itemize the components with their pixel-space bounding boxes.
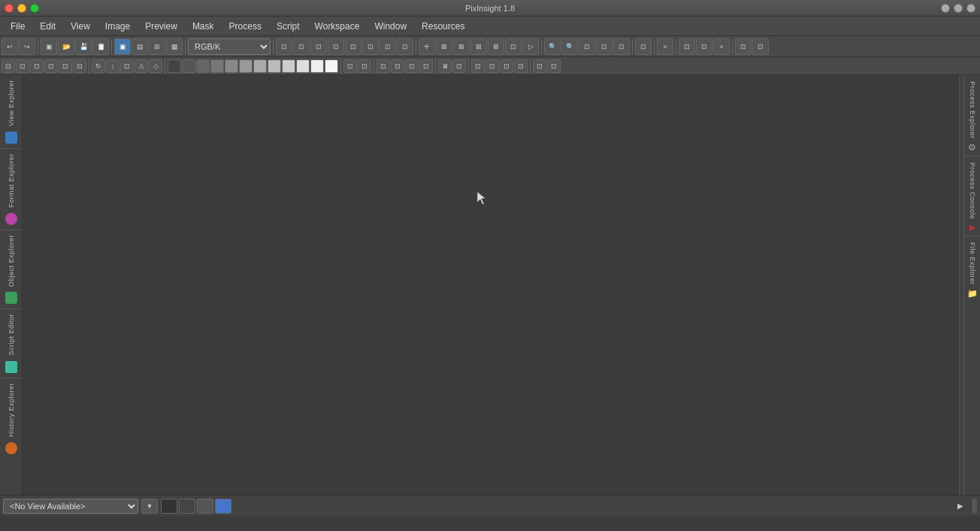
t2-crop[interactable]: ⊡ [120, 59, 134, 73]
menu-mask[interactable]: Mask [185, 19, 222, 34]
view-explorer-panel[interactable]: View Explorer [0, 75, 22, 149]
t2-lighter2[interactable] [296, 59, 310, 73]
t2-rotate[interactable]: ↻ [92, 59, 105, 73]
tool7-button[interactable]: ⊡ [380, 38, 396, 55]
tool3-button[interactable]: ⊡ [310, 38, 327, 55]
tool11-button[interactable]: ⊠ [453, 38, 470, 55]
zoom-fit-button[interactable]: ⊡ [579, 38, 595, 55]
t2-diamond[interactable]: ◇ [149, 59, 162, 73]
maximize-button[interactable] [30, 4, 39, 13]
color-btn-1[interactable] [161, 499, 177, 514]
play-button[interactable]: ▶ [957, 502, 963, 510]
window-controls-right[interactable] [941, 4, 975, 13]
color-btn-2[interactable] [179, 499, 195, 514]
t2-light[interactable] [225, 59, 238, 73]
t2-xb2[interactable]: ⊡ [358, 59, 371, 73]
collapse-button[interactable] [941, 4, 950, 13]
tool8-button[interactable]: ⊡ [397, 38, 413, 55]
process-explorer-panel[interactable]: Process Explorer ⚙ [964, 78, 980, 156]
new-button[interactable]: ▣ [41, 38, 57, 55]
menu-preview[interactable]: Preview [138, 19, 185, 34]
t2-monitor2[interactable]: ⊡ [452, 59, 466, 73]
t2-resize[interactable]: ⊡ [471, 59, 485, 73]
t2-xb3[interactable]: ⊡ [377, 59, 390, 73]
file-explorer-panel[interactable]: File Explorer 📁 [964, 239, 980, 302]
zoom-in-button[interactable]: 🔍 [544, 38, 561, 55]
status-expand-button[interactable]: ▼ [141, 499, 158, 514]
t2-mid[interactable] [196, 59, 210, 73]
t2-b5[interactable]: ⊡ [59, 59, 72, 73]
color-btn-4[interactable] [215, 499, 231, 514]
tool15-button[interactable]: ▷ [522, 38, 539, 55]
t2-xb1[interactable]: ⊡ [343, 59, 357, 73]
view-mode2-button[interactable]: ▤ [132, 38, 148, 55]
t2-xb4[interactable]: ⊡ [391, 59, 404, 73]
t2-black[interactable] [168, 59, 181, 73]
tool12-button[interactable]: ⊠ [470, 38, 487, 55]
object-explorer-panel[interactable]: Object Explorer [0, 230, 22, 310]
color-btn-3[interactable] [197, 499, 213, 514]
tb2-b4[interactable]: ⊡ [735, 38, 752, 55]
menu-script[interactable]: Script [269, 19, 307, 34]
view-mode4-button[interactable]: ▦ [166, 38, 183, 55]
view-opt-button[interactable]: ⊡ [635, 38, 652, 55]
tool6-button[interactable]: ⊡ [362, 38, 379, 55]
restore-button[interactable] [954, 4, 963, 13]
view-mode-button[interactable]: ▣ [114, 38, 131, 55]
tb2-b3[interactable]: » [713, 38, 730, 55]
t2-b3[interactable]: ⊡ [30, 59, 44, 73]
t2-monitor[interactable]: 🖥 [438, 59, 452, 73]
fullscreen-button[interactable] [966, 4, 975, 13]
t2-b4[interactable]: ⊡ [44, 59, 58, 73]
redo-button[interactable]: ↪ [19, 38, 35, 55]
tool10-button[interactable]: ⊠ [436, 38, 452, 55]
t2-white-ish[interactable] [282, 59, 295, 73]
t2-flip[interactable]: ↕ [106, 59, 119, 73]
menu-window[interactable]: Window [367, 19, 414, 34]
window-controls[interactable] [5, 4, 39, 13]
menu-file[interactable]: File [3, 19, 32, 34]
zoom-out-button[interactable]: 🔍 [561, 38, 578, 55]
t2-xb5[interactable]: ⊡ [405, 59, 419, 73]
view-mode3-button[interactable]: ⊞ [149, 38, 165, 55]
menu-image[interactable]: Image [98, 19, 138, 34]
tb2-b1[interactable]: ⊡ [679, 38, 695, 55]
t2-dark[interactable] [182, 59, 195, 73]
tool14-button[interactable]: ⊡ [505, 38, 522, 55]
color-mode-select[interactable]: RGB/K Grayscale CIEXYZ CIELab [188, 38, 271, 55]
tool4-button[interactable]: ⊡ [328, 38, 344, 55]
history-explorer-panel[interactable]: History Explorer [0, 378, 22, 459]
t2-last1[interactable]: ⊡ [533, 59, 546, 73]
format-explorer-panel[interactable]: Format Explorer [0, 149, 22, 230]
open-button[interactable]: 📂 [58, 38, 74, 55]
t2-resize3[interactable]: ⊡ [500, 59, 513, 73]
t2-resize4[interactable]: ⊡ [514, 59, 528, 73]
minimize-button[interactable] [17, 4, 26, 13]
close-button[interactable] [5, 4, 14, 13]
menu-workspace[interactable]: Workspace [307, 19, 368, 34]
tb2-b2[interactable]: ⊡ [696, 38, 712, 55]
zoom-1n-button[interactable]: ⊡ [613, 38, 630, 55]
tool5-button[interactable]: ⊡ [345, 38, 361, 55]
t2-lighter[interactable] [239, 59, 253, 73]
view-selector[interactable]: <No View Available> [3, 499, 138, 514]
menu-resources[interactable]: Resources [414, 19, 472, 34]
t2-b1[interactable]: ⊡ [2, 59, 15, 73]
t2-b2[interactable]: ⊡ [16, 59, 29, 73]
tool9-button[interactable]: ✛ [419, 38, 435, 55]
tb2-b5[interactable]: ⊡ [752, 38, 769, 55]
t2-b6[interactable]: ⊡ [73, 59, 86, 73]
script-editor-panel[interactable]: Script Editor [0, 309, 22, 378]
saveas-button[interactable]: 📋 [92, 38, 109, 55]
t2-warn[interactable]: ⚠ [135, 59, 148, 73]
tool2-button[interactable]: ⊡ [293, 38, 310, 55]
tool13-button[interactable]: ⊠ [488, 38, 504, 55]
t2-resize2[interactable]: ⊡ [485, 59, 499, 73]
process-console-panel[interactable]: Process Console ▶ [964, 159, 980, 237]
t2-xb6[interactable]: ⊡ [419, 59, 433, 73]
t2-near-white[interactable] [310, 59, 324, 73]
undo-button[interactable]: ↩ [2, 38, 18, 55]
save-button[interactable]: 💾 [75, 38, 92, 55]
tool1-button[interactable]: ⊡ [276, 38, 292, 55]
t2-almost-white[interactable] [268, 59, 281, 73]
